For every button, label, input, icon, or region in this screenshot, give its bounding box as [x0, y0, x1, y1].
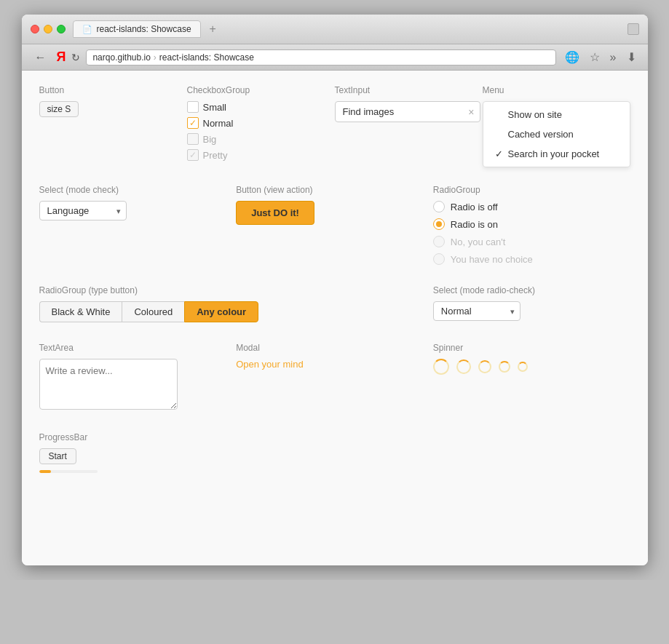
progress-fill [39, 470, 51, 473]
select-radio-field[interactable]: Normal Small Big [433, 301, 520, 321]
download-button[interactable]: ⬇ [624, 49, 639, 65]
row-2: Select (mode check) Language English Rus… [39, 185, 630, 265]
radio-circle-choice [433, 253, 445, 265]
address-bar[interactable]: narqo.github.io › react-islands: Showcas… [86, 49, 555, 65]
tab-icon: 📄 [82, 25, 92, 34]
checkbox-item-big[interactable]: Big [187, 133, 335, 145]
window-controls [628, 23, 639, 35]
checkbox-normal-label: Normal [203, 118, 234, 129]
modal-link[interactable]: Open your mind [236, 359, 304, 370]
globe-button[interactable]: 🌐 [562, 49, 582, 65]
radio-btn-any[interactable]: Any colour [184, 301, 258, 322]
checkbox-item-normal[interactable]: ✓ Normal [187, 117, 335, 129]
progress-start-button[interactable]: Start [39, 448, 76, 464]
size-s-button[interactable]: size S [39, 101, 79, 117]
menu-label-show: Show on site [508, 109, 562, 120]
tab-bar: 📄 react-islands: Showcase + [73, 20, 620, 38]
traffic-lights [31, 25, 66, 33]
checkbox-big-box [187, 133, 199, 145]
radio-label-no: No, you can't [451, 236, 505, 247]
checkbox-normal-box[interactable]: ✓ [187, 117, 199, 129]
radio-btn-group-title: RadioGroup (type button) [39, 285, 433, 295]
text-input-clear-button[interactable]: × [468, 106, 474, 118]
new-tab-button[interactable]: + [205, 21, 221, 37]
address-path: react-islands: Showcase [159, 52, 254, 63]
radio-label-choice: You have no choice [451, 254, 533, 265]
select-section: Select (mode check) Language English Rus… [39, 185, 237, 265]
radio-btn-coloured[interactable]: Coloured [122, 301, 184, 322]
textarea-field[interactable] [39, 359, 178, 410]
select-radio-section: Select (mode radio-check) Normal Small B… [433, 285, 630, 322]
row-3: RadioGroup (type button) Black & White C… [39, 285, 630, 322]
row-4: TextArea Modal Open your mind Spinner [39, 343, 630, 412]
radio-circle-no [433, 236, 445, 247]
extend-button[interactable]: » [607, 49, 619, 65]
minimize-button[interactable] [44, 25, 52, 33]
back-button[interactable]: ← [31, 49, 51, 65]
action-button[interactable]: Just DO it! [236, 201, 314, 225]
spinner-4 [499, 361, 510, 373]
radio-item-choice: You have no choice [433, 253, 630, 265]
spinner-1 [433, 359, 449, 375]
checkbox-group-title: CheckboxGroup [187, 85, 335, 95]
active-tab[interactable]: 📄 react-islands: Showcase [73, 20, 201, 38]
checkbox-small-box[interactable] [187, 101, 199, 113]
checkbox-big-label: Big [203, 134, 217, 145]
button-action-section: Button (view action) Just DO it! [236, 185, 433, 265]
select-radio-wrapper: Normal Small Big ▾ [433, 301, 520, 321]
select-field[interactable]: Language English Russian French [39, 201, 127, 220]
checkbox-list: Small ✓ Normal Big ✓ Pretty [187, 101, 335, 161]
window-control-btn[interactable] [628, 23, 639, 35]
button-section: Button size S [39, 85, 187, 167]
row-1: Button size S CheckboxGroup Small ✓ Norm… [39, 85, 630, 167]
text-input-section: TextInput × [335, 85, 483, 167]
spinner-group [433, 359, 630, 375]
address-separator: › [154, 52, 157, 63]
radio-circle-on[interactable] [433, 218, 445, 230]
menu-item-pocket[interactable]: ✓ Search in your pocket [483, 144, 630, 164]
text-input-title: TextInput [335, 85, 483, 95]
checkbox-pretty-box: ✓ [187, 149, 199, 161]
yandex-icon[interactable]: Я [57, 49, 66, 65]
radio-item-off[interactable]: Radio is off [433, 201, 630, 212]
checkbox-small-label: Small [203, 102, 227, 113]
radio-btn-bw[interactable]: Black & White [39, 301, 122, 322]
star-button[interactable]: ☆ [587, 49, 603, 65]
radio-item-on[interactable]: Radio is on [433, 218, 630, 230]
spinner-section: Spinner [433, 343, 630, 412]
progress-title: ProgressBar [39, 432, 630, 442]
menu-check-show [495, 109, 505, 120]
checkbox-item-small[interactable]: Small [187, 101, 335, 113]
text-input-field[interactable] [335, 101, 480, 122]
checkbox-group-section: CheckboxGroup Small ✓ Normal Big [187, 85, 335, 167]
radio-circle-off[interactable] [433, 201, 445, 212]
modal-title: Modal [236, 343, 433, 353]
menu-item-cached[interactable]: Cached version [483, 124, 630, 144]
address-host: narqo.github.io [92, 52, 150, 63]
browser-window: 📄 react-islands: Showcase + ← Я ↻ narqo.… [22, 15, 648, 565]
text-input-wrapper: × [335, 101, 480, 122]
select-radio-title: Select (mode radio-check) [433, 285, 630, 295]
title-bar: 📄 react-islands: Showcase + [22, 15, 648, 44]
radio-dot-on [436, 221, 442, 227]
textarea-title: TextArea [39, 343, 237, 353]
menu-box: Show on site Cached version ✓ Search in … [483, 101, 630, 167]
radio-list: Radio is off Radio is on No, you can't [433, 201, 630, 265]
radio-btn-group-section: RadioGroup (type button) Black & White C… [39, 285, 433, 322]
checkbox-pretty-label: Pretty [203, 150, 228, 161]
menu-section: Menu Show on site Cached version ✓ Searc… [483, 85, 630, 167]
menu-item-show-on-site[interactable]: Show on site [483, 105, 630, 124]
checkbox-item-pretty[interactable]: ✓ Pretty [187, 149, 335, 161]
radio-label-off: Radio is off [451, 202, 498, 212]
reload-button[interactable]: ↻ [71, 52, 80, 63]
main-content: Button size S CheckboxGroup Small ✓ Norm… [22, 71, 648, 565]
close-button[interactable] [31, 25, 39, 33]
button-section-title: Button [39, 85, 187, 95]
maximize-button[interactable] [57, 25, 66, 33]
toolbar-actions: 🌐 ☆ » ⬇ [562, 49, 639, 65]
button-action-title: Button (view action) [236, 185, 433, 195]
textarea-section: TextArea [39, 343, 237, 412]
spinner-2 [456, 359, 471, 374]
menu-check-cached [495, 129, 505, 140]
progress-track [39, 470, 98, 473]
